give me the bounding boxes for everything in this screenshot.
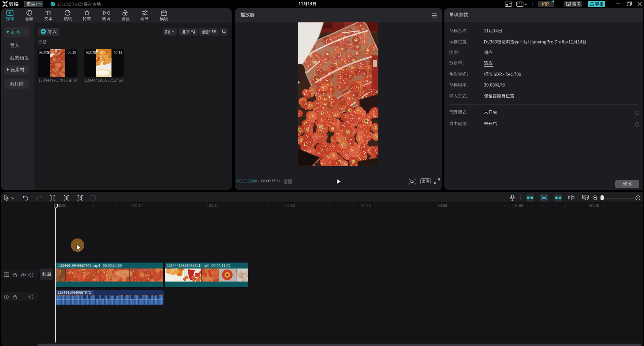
svg-text:i: i xyxy=(637,123,638,126)
svg-text:TI: TI xyxy=(45,10,51,16)
svg-text:i: i xyxy=(637,112,638,115)
